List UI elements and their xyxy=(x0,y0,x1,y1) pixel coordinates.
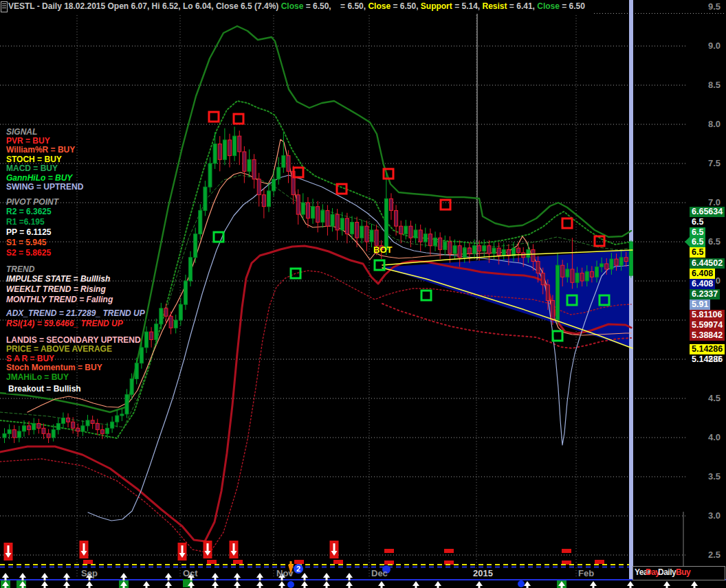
current-bar-highlight xyxy=(629,0,633,579)
signal-row: STOCH = BUY xyxy=(6,155,83,164)
price-tag: 6.5 xyxy=(690,247,705,258)
indicator-readout: Close xyxy=(281,1,304,11)
pivot-row: R2 = 6.3625 xyxy=(6,207,58,217)
chart-title-bar: VESTL - Daily 18.02.2015 Open 6.07, Hi 6… xyxy=(0,1,592,14)
trend-row: ADX_TREND = 21.7289_ TREND UP xyxy=(6,308,145,319)
time-axis-label: Sep xyxy=(81,568,98,578)
status-row: JMAHiLo = BUY xyxy=(6,373,141,382)
price-axis-label: 8.0 xyxy=(708,119,726,129)
bottom-right-label-box: YearDayDailyBuy xyxy=(632,566,725,580)
status-row: Stoch Momentum = BUY xyxy=(6,363,141,372)
pivot-row: S1 = 5.945 xyxy=(6,238,58,248)
price-tag: 5.81106 xyxy=(690,310,725,320)
bottom-strip: 2 xyxy=(0,561,726,588)
signal-row: PVR = BUY xyxy=(6,137,83,146)
indicator-readout: Support xyxy=(421,1,452,11)
trend-row: WEEKLT TREND = Rising xyxy=(6,284,145,295)
indicator-readout: Close xyxy=(537,1,560,11)
time-axis-label: 2015 xyxy=(473,568,493,578)
signal-row: William%R = BUY xyxy=(6,146,83,155)
trend-panel: TREND IMPULSE STATE = BulllishWEEKLT TRE… xyxy=(6,264,145,329)
status-row: Breakout = Bullish xyxy=(6,385,83,394)
periodicity-label[interactable]: Buy xyxy=(676,567,690,577)
signal-row: MACD = BUY xyxy=(6,164,83,173)
status-row: S A R = BUY xyxy=(6,354,141,363)
price-tag: 6.408 xyxy=(690,279,715,289)
price-tag: 6.44502 xyxy=(690,258,725,269)
pivot-row: PP = 6.1125 xyxy=(6,227,58,238)
price-axis-label: 3.0 xyxy=(708,510,726,521)
indicator-readout: = 6.50, xyxy=(338,1,368,11)
price-axis-label: 4.0 xyxy=(708,432,726,442)
price-axis-label: 9.0 xyxy=(708,41,726,51)
signal-row: GannHiLo = BUY xyxy=(6,174,83,183)
price-tag: 5.14286 xyxy=(690,354,725,365)
price-axis-label: 3.5 xyxy=(708,471,726,482)
indicator-readout: Resist xyxy=(483,1,507,11)
indicator-readout: = 6.41, xyxy=(507,1,538,11)
trend-row: RSI(14) = 59.6466_ TREND UP xyxy=(6,319,145,329)
signal-row: SWING = UPTREND xyxy=(6,183,83,192)
periodicity-label[interactable]: Daily xyxy=(658,567,676,577)
pivot-heading: PIVOT POINT xyxy=(6,197,58,207)
indicator-readout: = 5.14, xyxy=(452,1,483,11)
triangle-pattern xyxy=(382,250,632,348)
pivot-point-panel: PIVOT POINT R2 = 6.3625R1 =6.195PP = 6.1… xyxy=(6,197,58,258)
time-axis-label: Nov xyxy=(276,568,294,578)
indicator-readout: Close xyxy=(368,1,390,11)
time-axis-label: Oct xyxy=(183,568,198,578)
price-tag: 5.38842 xyxy=(690,330,725,341)
indicator-readout: = 6.50 xyxy=(560,1,585,11)
signal-heading: SIGNAL xyxy=(6,127,83,137)
indicator-readouts: Close = 6.50, = 6.50, Close = 6.50, Supp… xyxy=(281,1,585,11)
trend-row: IMPULSE STATE = Bulllish xyxy=(6,274,145,284)
price-tag: 6.5 xyxy=(690,217,705,227)
trading-chart-window: 2 VESTL - Daily 18.02.2015 Open 6.07, Hi… xyxy=(0,0,726,588)
indicator-readout: = 6.50, xyxy=(303,1,338,11)
price-pointer-icon xyxy=(685,237,690,247)
pivot-row: S2 = 5.8625 xyxy=(6,248,58,258)
price-tag: 6.408 xyxy=(690,269,715,279)
status-row: PRICE = ABOVE AVERAGE xyxy=(6,345,141,354)
price-tag: 5.91 xyxy=(690,299,710,310)
price-tag: 6.5 xyxy=(690,237,705,247)
price-tag: 5.59974 xyxy=(690,320,725,330)
price-axis-label: 2.5 xyxy=(708,550,726,560)
price-axis-label: 8.5 xyxy=(708,80,726,90)
price-tag: 6.65634 xyxy=(690,207,725,217)
svg-text:2: 2 xyxy=(296,565,300,573)
instrument-title: VESTL - Daily 18.02.2015 Open 6.07, Hi 6… xyxy=(8,1,281,11)
signal-panel: SIGNAL PVR = BUYWilliam%R = BUYSTOCH = B… xyxy=(6,127,83,192)
status-row: LANDIS = SECONDARY UPTREND xyxy=(6,336,141,345)
trend-heading: TREND xyxy=(6,264,145,274)
price-axis-label: 9.5 xyxy=(708,1,726,12)
chart-document-icon xyxy=(1,1,8,12)
time-axis-label: Dec xyxy=(371,568,388,578)
price-axis-label: 4.5 xyxy=(708,393,726,403)
bot-annotation: BOT xyxy=(373,245,392,255)
price-tag: 6.5 xyxy=(690,227,705,238)
status-panel: LANDIS = SECONDARY UPTRENDPRICE = ABOVE … xyxy=(6,336,141,394)
indicator-readout: = 6.50, xyxy=(390,1,421,11)
pivot-row: R1 =6.195 xyxy=(6,217,58,227)
trend-row: MONTHLY TREND = Falling xyxy=(6,295,145,305)
sell-markers xyxy=(4,541,605,565)
price-tag: 6.2337 xyxy=(690,289,720,299)
price-axis-label: 7.5 xyxy=(708,158,726,168)
time-axis-label: Feb xyxy=(578,568,594,578)
price-axis-label: 6.5 xyxy=(708,236,726,247)
price-tag: 5.14286 xyxy=(690,344,725,354)
